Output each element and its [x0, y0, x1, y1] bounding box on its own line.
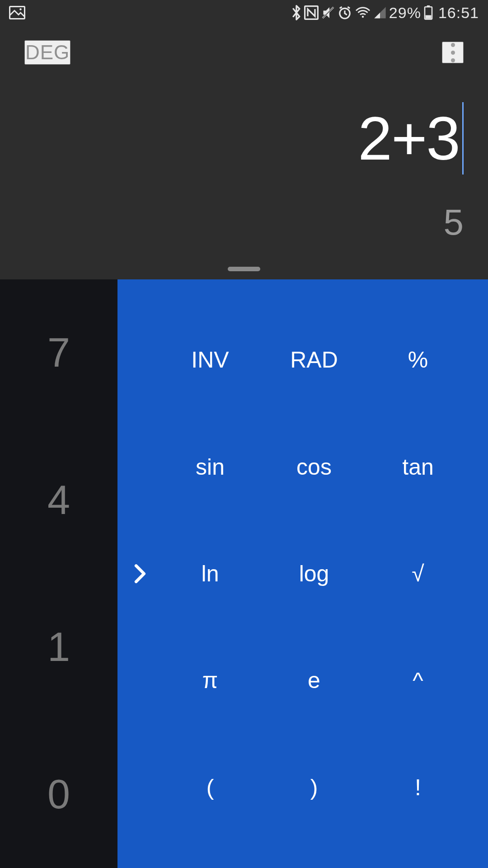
percent-button[interactable]: % — [366, 307, 470, 413]
status-right: 29% 16:51 — [291, 4, 479, 22]
svg-rect-9 — [426, 15, 432, 19]
alarm-icon — [338, 5, 352, 20]
text-cursor — [462, 102, 464, 175]
status-bar: 29% 16:51 — [0, 0, 488, 25]
spacer — [122, 734, 158, 841]
drag-handle[interactable] — [228, 267, 260, 271]
inv-button[interactable]: INV — [158, 307, 262, 413]
status-left — [9, 6, 25, 19]
collapse-panel-button[interactable] — [134, 564, 146, 584]
pi-button[interactable]: π — [158, 627, 262, 734]
lparen-button[interactable]: ( — [158, 734, 262, 841]
digit-4-button[interactable]: 4 — [0, 427, 117, 574]
log-button[interactable]: log — [262, 520, 366, 627]
more-vert-icon — [451, 43, 455, 62]
digit-7-button[interactable]: 7 — [0, 279, 117, 427]
e-button[interactable]: e — [262, 627, 366, 734]
spacer — [122, 307, 158, 413]
mute-icon — [321, 6, 335, 19]
ln-button[interactable]: ln — [158, 520, 262, 627]
expression-row[interactable]: 2+3 — [358, 89, 464, 188]
svg-point-6 — [362, 16, 364, 18]
svg-rect-8 — [427, 5, 430, 7]
rad-button[interactable]: RAD — [262, 307, 366, 413]
digit-0-button[interactable]: 0 — [0, 721, 117, 868]
keypad: 7 4 1 0 INV RAD % sin cos tan — [0, 279, 488, 868]
picture-icon — [9, 6, 25, 19]
cos-button[interactable]: cos — [262, 413, 366, 520]
rparen-button[interactable]: ) — [262, 734, 366, 841]
advanced-panel: INV RAD % sin cos tan ln log √ π e — [117, 279, 488, 868]
signal-icon — [374, 6, 386, 19]
sin-button[interactable]: sin — [158, 413, 262, 520]
result-text: 5 — [444, 202, 464, 243]
calculator-screen: 29% 16:51 DEG 2+3 5 — [0, 0, 488, 868]
calc-header: DEG — [0, 25, 488, 80]
digits-column: 7 4 1 0 — [0, 279, 117, 868]
svg-point-1 — [19, 8, 22, 10]
expression-text: 2+3 — [358, 103, 460, 174]
overflow-menu-button[interactable] — [442, 42, 464, 63]
sqrt-button[interactable]: √ — [366, 520, 470, 627]
chevron-right-icon — [134, 564, 146, 584]
angle-mode-button[interactable]: DEG — [24, 40, 70, 65]
factorial-button[interactable]: ! — [366, 734, 470, 841]
status-time: 16:51 — [438, 4, 479, 22]
spacer — [122, 627, 158, 734]
bluetooth-icon — [291, 5, 301, 20]
battery-percent: 29% — [389, 4, 421, 22]
power-button[interactable]: ^ — [366, 627, 470, 734]
spacer — [122, 413, 158, 520]
wifi-icon — [355, 6, 371, 19]
digit-1-button[interactable]: 1 — [0, 574, 117, 721]
display-area: 2+3 5 — [0, 80, 488, 279]
tan-button[interactable]: tan — [366, 413, 470, 520]
nfc-icon — [304, 5, 319, 20]
battery-icon — [424, 5, 433, 20]
